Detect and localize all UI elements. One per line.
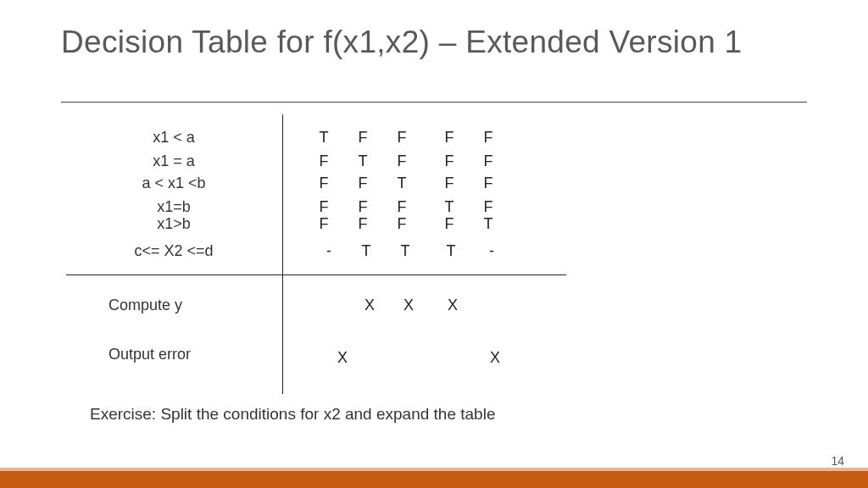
slide-title: Decision Table for f(x1,x2) – Extended V…	[61, 24, 817, 61]
condition-label: a < x1 <b	[85, 175, 263, 192]
matrix-cell: F	[478, 129, 498, 147]
matrix-cell: F	[439, 152, 459, 170]
matrix-cell: -	[481, 242, 502, 260]
matrix-cell: T	[478, 215, 498, 233]
matrix-cell: T	[353, 152, 373, 170]
matrix-cell: T	[439, 198, 459, 216]
matrix-cell: F	[353, 129, 373, 147]
matrix-cell: F	[478, 175, 498, 192]
page-number: 14	[831, 454, 844, 468]
matrix-cell: F	[392, 152, 412, 170]
action-mark: X	[398, 297, 419, 314]
matrix-cell: T	[441, 242, 461, 260]
action-mark: X	[485, 349, 505, 367]
action-mark: X	[332, 349, 353, 367]
condition-label: x1=b	[85, 198, 263, 216]
exercise-text: Exercise: Split the conditions for x2 an…	[90, 405, 495, 424]
matrix-cell: F	[353, 215, 373, 233]
matrix-cell: F	[439, 175, 459, 192]
table-vertical-divider	[282, 114, 283, 394]
condition-label: x1>b	[85, 215, 263, 233]
matrix-cell: T	[314, 129, 334, 147]
action-mark: X	[359, 297, 380, 314]
matrix-cell: T	[395, 242, 415, 260]
matrix-cell: F	[392, 129, 412, 147]
action-mark: X	[442, 297, 463, 314]
matrix-cell: T	[392, 175, 412, 192]
matrix-cell: F	[314, 215, 334, 233]
slide-footer	[0, 468, 868, 488]
matrix-cell: T	[356, 242, 376, 260]
condition-label: c<= X2 <=d	[85, 242, 263, 260]
action-label: Output error	[108, 346, 191, 363]
matrix-cell: F	[314, 152, 334, 170]
matrix-cell: F	[478, 198, 498, 216]
matrix-cell: F	[392, 215, 412, 233]
matrix-cell: F	[314, 198, 334, 216]
condition-label: x1 = a	[85, 152, 263, 170]
matrix-cell: F	[478, 152, 498, 170]
matrix-cell: F	[314, 175, 334, 192]
condition-label: x1 < a	[85, 129, 263, 147]
matrix-cell: F	[353, 198, 373, 216]
matrix-cell: -	[319, 242, 339, 260]
footer-bar	[0, 471, 868, 488]
matrix-cell: F	[439, 215, 459, 233]
matrix-cell: F	[353, 175, 373, 192]
title-underline	[61, 102, 807, 103]
matrix-cell: F	[392, 198, 412, 216]
matrix-cell: F	[439, 129, 459, 147]
action-label: Compute y	[108, 297, 182, 314]
table-horizontal-divider	[66, 274, 566, 275]
